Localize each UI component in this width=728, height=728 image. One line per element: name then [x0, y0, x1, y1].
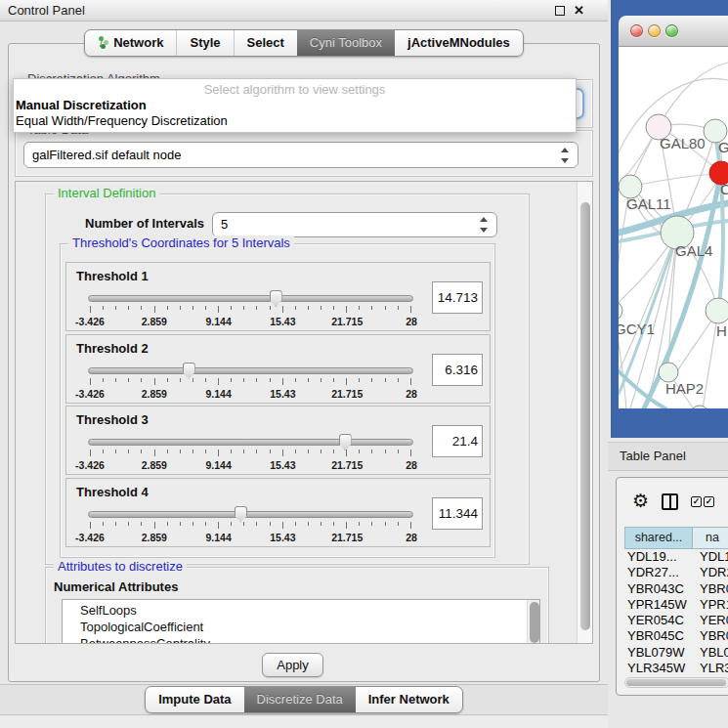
table-row[interactable]: YBL079WYBL0	[624, 645, 728, 661]
table-panel: ⚙✓✓ shared... na YDL19...YDL1YDR27...YDR…	[616, 477, 728, 696]
cell-shared-name: YDL19...	[624, 549, 693, 565]
float-window-icon[interactable]	[555, 6, 565, 16]
table-data-select[interactable]: galFiltered.sif default node	[23, 142, 578, 168]
threshold-value-field[interactable]: 21.4	[432, 425, 483, 457]
network-window-titlebar[interactable]	[619, 16, 728, 47]
table-horizontal-scrollbar[interactable]	[624, 677, 728, 688]
slider-ticks	[90, 306, 411, 314]
tab-label: Network	[113, 30, 163, 56]
settings-scrollpane: Interval Definition Number of Intervals …	[15, 181, 593, 644]
slider-tick-labels: -3.4262.8599.14415.4321.71528	[90, 316, 411, 328]
threshold-slider[interactable]: -3.4262.8599.14415.4321.71528	[88, 505, 413, 546]
column-header-name[interactable]: na	[693, 527, 728, 549]
tick-label: 9.144	[205, 532, 231, 543]
table-row[interactable]: YDL19...YDL1	[624, 549, 728, 565]
slider-track[interactable]	[88, 295, 413, 302]
checkbox-checked-icon[interactable]: ✓	[704, 496, 714, 507]
network-node-hap2[interactable]	[659, 363, 678, 382]
tab-network[interactable]: Network	[85, 30, 176, 56]
tab-cyni-toolbox[interactable]: Cyni Toolbox	[297, 30, 395, 56]
tab-label: jActiveMNodules	[407, 30, 510, 56]
network-canvas[interactable]: GAL80GACGAL11GAL4GCY1HHAP2	[619, 47, 728, 408]
tick-label: 28	[406, 459, 417, 471]
network-node-gcy1[interactable]	[619, 301, 622, 321]
cyni-toolbox-panel: Discretization Algorithm Table Data galF…	[8, 43, 600, 682]
tab-impute-data[interactable]: Impute Data	[146, 687, 243, 712]
tick-label: -3.426	[75, 316, 105, 327]
threshold-slider[interactable]: -3.4262.8599.14415.4321.71528	[88, 289, 413, 330]
table-data-value: galFiltered.sif default node	[32, 148, 181, 162]
algorithm-option-manual-discretization[interactable]: Manual Discretization	[14, 98, 576, 113]
cell-shared-name: YDR27...	[624, 565, 693, 580]
tab-label: Impute Data	[158, 687, 231, 712]
tab-label: Cyni Toolbox	[310, 30, 382, 56]
close-icon[interactable]: ✕	[574, 6, 584, 16]
close-window-icon[interactable]	[630, 24, 643, 37]
slider-thumb[interactable]	[270, 290, 282, 307]
slider-ticks	[90, 522, 411, 530]
tick-label: 2.859	[142, 316, 167, 327]
interval-definition-group: Interval Definition Number of Intervals …	[45, 193, 530, 565]
threshold-label: Threshold 2	[76, 341, 149, 356]
tick-label: 9.144	[205, 459, 231, 471]
list-scrollbar-thumb[interactable]	[530, 602, 539, 643]
column-layout-icon[interactable]	[662, 493, 678, 510]
tab-label: Infer Network	[368, 687, 450, 712]
attribute-item-topologicalcoefficient[interactable]: TopologicalCoefficient	[80, 619, 539, 635]
slider-track[interactable]	[88, 367, 413, 374]
network-view-window[interactable]: GAL80GACGAL11GAL4GCY1HHAP2	[611, 0, 728, 438]
stepper-icon	[477, 216, 491, 234]
attribute-item-selfloops[interactable]: SelfLoops	[80, 602, 539, 619]
minimize-window-icon[interactable]	[648, 24, 661, 37]
zoom-window-icon[interactable]	[665, 24, 678, 37]
algorithm-placeholder-option: Select algorithm to view settings	[14, 81, 576, 98]
node-label: GAL4	[675, 242, 712, 259]
table-row[interactable]: YBR045CYBR0	[624, 628, 728, 644]
table-panel-titlebar: Table Panel	[608, 442, 728, 471]
column-header-shared-name[interactable]: shared...	[624, 527, 693, 549]
tab-style[interactable]: Style	[176, 30, 233, 56]
table-row[interactable]: YER054CYER0	[624, 613, 728, 628]
attributes-group-title: Attributes to discretize	[54, 559, 187, 575]
threshold-value-field[interactable]: 14.713	[432, 281, 483, 314]
table-row[interactable]: YDR27...YDR2	[624, 565, 728, 580]
slider-track[interactable]	[88, 511, 413, 518]
slider-thumb[interactable]	[235, 506, 247, 523]
gear-icon[interactable]: ⚙	[632, 492, 649, 511]
slider-thumb[interactable]	[339, 434, 352, 450]
slider-track[interactable]	[88, 439, 413, 446]
tick-label: 21.715	[331, 532, 363, 543]
threshold-slider[interactable]: -3.4262.8599.14415.4321.71528	[88, 433, 413, 474]
node-label: GAL11	[626, 195, 671, 212]
attribute-item-betweennesscentrality[interactable]: BetweennessCentrality	[80, 635, 539, 644]
cell-shared-name: YPR145W	[624, 597, 693, 613]
tick-label: 28	[406, 316, 417, 327]
tab-discretize-data[interactable]: Discretize Data	[244, 687, 356, 712]
number-of-intervals-select[interactable]: 5	[212, 212, 497, 237]
settings-scrollbar-thumb[interactable]	[580, 202, 590, 630]
list-scrollbar[interactable]	[527, 600, 539, 644]
tick-label: 21.715	[331, 316, 363, 327]
checkbox-checked-icon[interactable]: ✓	[691, 496, 702, 507]
table-row[interactable]: YPR145WYPR1	[624, 597, 728, 613]
tab-jactivemnodules[interactable]: jActiveMNodules	[395, 30, 523, 56]
table-hscrollbar-thumb[interactable]	[626, 679, 726, 686]
tab-infer-network[interactable]: Infer Network	[356, 687, 462, 712]
threshold-value-field[interactable]: 6.316	[432, 354, 483, 386]
cell-name: YDR2	[693, 565, 728, 580]
network-node-h[interactable]	[706, 298, 728, 323]
threshold-value-field[interactable]: 11.344	[432, 497, 483, 530]
apply-button[interactable]: Apply	[262, 653, 323, 677]
tab-select[interactable]: Select	[234, 30, 297, 56]
table-row[interactable]: YBR043CYBR0	[624, 581, 728, 597]
algorithm-option-equal-width-frequency-discretization[interactable]: Equal Width/Frequency Discretization	[14, 113, 576, 129]
tick-label: 15.43	[270, 532, 295, 543]
cell-name: YBR0	[693, 628, 728, 644]
settings-scrollbar[interactable]	[577, 182, 592, 643]
slider-thumb[interactable]	[183, 363, 195, 379]
threshold-slider[interactable]: -3.4262.8599.14415.4321.71528	[88, 362, 413, 403]
tick-label: 28	[406, 388, 417, 400]
table-row[interactable]: YLR345WYLR3	[624, 661, 728, 676]
algorithm-dropdown-popup: Select algorithm to view settings Manual…	[13, 78, 577, 133]
cell-name: YBL0	[693, 645, 728, 661]
